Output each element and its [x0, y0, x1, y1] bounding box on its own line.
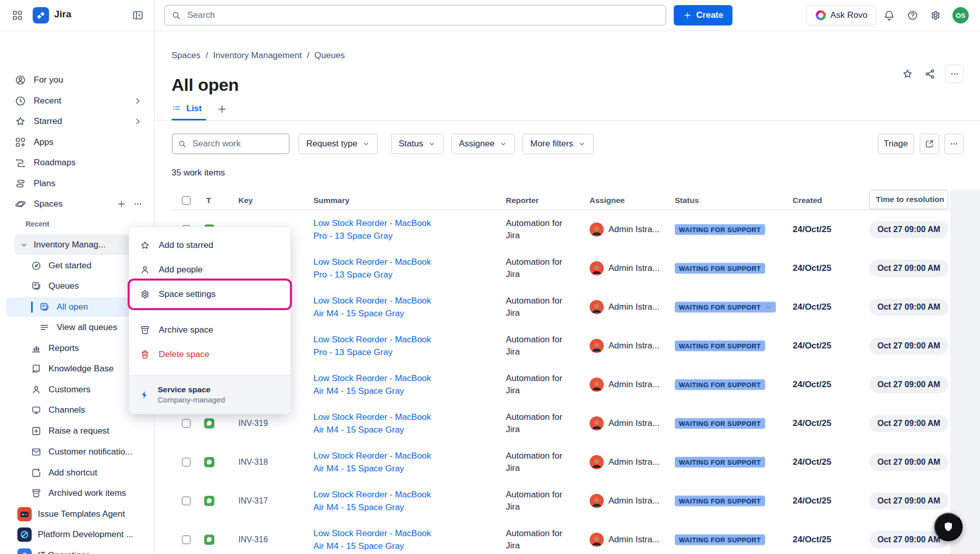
reporter: Automation for Jira — [506, 527, 570, 552]
collapse-sidebar-icon[interactable] — [132, 9, 144, 21]
status-badge[interactable]: WAITING FOR SUPPORT — [675, 535, 765, 545]
filter-request-type[interactable]: Request type — [299, 134, 378, 154]
row-checkbox[interactable] — [182, 419, 191, 428]
status-badge[interactable]: WAITING FOR SUPPORT — [675, 224, 765, 235]
global-search[interactable] — [164, 5, 666, 26]
column-header-reporter[interactable]: Reporter — [506, 196, 539, 205]
menu-item-add-people[interactable]: Add people — [129, 258, 290, 282]
row-checkbox[interactable] — [182, 496, 191, 506]
status-badge[interactable]: WAITING FOR SUPPORT — [675, 380, 765, 390]
work-item-key[interactable]: INV-316 — [238, 535, 268, 544]
work-item-summary[interactable]: Low Stock Reorder - MacBook Air M4 - 15 … — [313, 372, 433, 397]
sidebar-item-label: Roadmaps — [34, 158, 76, 168]
status-badge[interactable]: WAITING FOR SUPPORT — [675, 457, 765, 468]
sidebar-item-view-all-queues[interactable]: View all queues — [6, 318, 148, 337]
work-search[interactable] — [172, 134, 289, 154]
breadcrumb-link-queues[interactable]: Queues — [314, 51, 345, 61]
work-item-key[interactable]: INV-319 — [238, 419, 268, 428]
star-page-icon[interactable] — [901, 68, 914, 80]
sidebar-space-platform-development[interactable]: Platform Development ... — [6, 525, 148, 544]
work-search-input[interactable] — [191, 138, 284, 149]
column-header-status[interactable]: Status — [675, 196, 699, 205]
column-header-t[interactable]: T — [206, 196, 211, 205]
work-item-summary[interactable]: Low Stock Reorder - MacBook Pro - 13 Spa… — [313, 217, 433, 242]
sidebar-item-archived-work-items[interactable]: Archived work items — [6, 484, 148, 503]
status-badge[interactable]: WAITING FOR SUPPORT — [675, 418, 765, 429]
recent-section-label: Recent — [26, 220, 50, 228]
sidebar-item-knowledge-base[interactable]: Knowledge Base — [6, 359, 148, 379]
spaces-more-icon[interactable] — [133, 199, 143, 209]
filter-more-filters[interactable]: More filters — [523, 134, 594, 154]
sidebar-item-reports[interactable]: Reports — [6, 339, 148, 358]
ask-rovo-button[interactable]: Ask Rovo — [806, 5, 876, 26]
sidebar-item-customers[interactable]: Customers — [6, 380, 148, 399]
help-icon[interactable] — [906, 9, 919, 21]
sidebar-item-roadmaps[interactable]: Roadmaps — [6, 153, 148, 172]
create-button[interactable]: Create — [674, 5, 732, 26]
status-badge[interactable]: WAITING FOR SUPPORT — [675, 263, 765, 274]
open-external-button[interactable] — [920, 134, 939, 154]
work-item-summary[interactable]: Low Stock Reorder - MacBook Pro - 13 Spa… — [313, 256, 433, 281]
settings-gear-icon[interactable] — [929, 9, 942, 21]
add-view-icon[interactable] — [216, 104, 228, 115]
tab-list[interactable]: List — [172, 104, 202, 114]
app-switcher-icon[interactable] — [11, 9, 23, 21]
page-more-button[interactable] — [945, 65, 964, 83]
menu-item-add-to-starred[interactable]: Add to starred — [129, 233, 290, 258]
sidebar-space-it-operations[interactable]: IT Operations — [6, 546, 148, 554]
assignee-name: Admin Istra... — [608, 224, 659, 235]
work-item-summary[interactable]: Low Stock Reorder - MacBook Pro - 13 Spa… — [313, 333, 433, 359]
work-item-key[interactable]: INV-317 — [238, 496, 268, 506]
work-item-summary[interactable]: Low Stock Reorder - MacBook Air M4 - 15 … — [313, 294, 433, 320]
status-badge[interactable]: WAITING FOR SUPPORT — [675, 341, 765, 351]
sidebar-item-recent[interactable]: Recent — [6, 91, 148, 111]
work-item-summary[interactable]: Low Stock Reorder - MacBook Air M4 - 15 … — [313, 411, 433, 436]
filter-assignee[interactable]: Assignee — [451, 134, 515, 154]
sidebar-item-raise-a-request[interactable]: Raise a request — [6, 421, 148, 441]
user-avatar[interactable]: OS — [952, 7, 969, 23]
notifications-bell-icon[interactable] — [883, 9, 895, 21]
add-space-icon[interactable] — [116, 199, 127, 209]
breadcrumb-link-spaces[interactable]: Spaces — [172, 51, 201, 61]
work-item-summary[interactable]: Low Stock Reorder - MacBook Air M4 - 15 … — [313, 527, 433, 552]
row-checkbox[interactable] — [182, 458, 191, 467]
sidebar-item-all-open[interactable]: All open — [6, 297, 148, 317]
reporter: Automation for Jira — [506, 256, 570, 281]
column-header-assignee[interactable]: Assignee — [590, 196, 625, 205]
breadcrumb-link-inventory-management[interactable]: Inventory Management — [213, 51, 302, 61]
share-icon[interactable] — [924, 68, 936, 80]
menu-item-space-settings[interactable]: Space settings — [129, 282, 290, 307]
sidebar-item-label: Reports — [48, 343, 79, 354]
select-all-checkbox[interactable] — [182, 196, 191, 205]
work-item-summary[interactable]: Low Stock Reorder - MacBook Air M4 - 15 … — [313, 488, 433, 514]
sidebar-item-add-shortcut[interactable]: Add shortcut — [6, 463, 148, 483]
menu-item-archive-space[interactable]: Archive space — [129, 318, 290, 342]
status-badge[interactable]: WAITING FOR SUPPORT — [675, 496, 765, 507]
sidebar-item-get-started[interactable]: Get started — [6, 256, 148, 275]
work-item-key[interactable]: INV-318 — [238, 458, 268, 467]
menu-item-delete-space[interactable]: Delete space — [129, 342, 290, 367]
status-badge[interactable]: WAITING FOR SUPPORT — [675, 302, 776, 313]
sidebar-item-customer-notificatio[interactable]: Customer notificatio... — [6, 442, 148, 462]
sidebar-item-apps[interactable]: Apps — [6, 133, 148, 152]
column-header-time-to-resolution[interactable]: Time to resolution — [869, 190, 948, 209]
sidebar-item-spaces[interactable]: Spaces — [6, 194, 148, 214]
queue-more-button[interactable] — [944, 134, 964, 154]
work-item-summary[interactable]: Low Stock Reorder - MacBook Air M4 - 15 … — [313, 449, 433, 475]
column-header-created[interactable]: Created — [793, 196, 822, 205]
sidebar-item-queues[interactable]: Queues — [6, 276, 148, 296]
triage-button[interactable]: Triage — [878, 134, 914, 154]
assist-floating-button[interactable] — [934, 513, 963, 541]
jira-logo[interactable] — [33, 7, 49, 23]
sidebar-item-starred[interactable]: Starred — [6, 112, 148, 131]
global-search-input[interactable] — [186, 10, 659, 21]
sidebar-space-issue-templates-agent[interactable]: Issue Templates Agent — [6, 505, 148, 524]
plans-icon — [14, 178, 27, 190]
sidebar-item-for-you[interactable]: For you — [6, 70, 148, 90]
row-checkbox[interactable] — [182, 535, 191, 544]
sidebar-item-channels[interactable]: Channels — [6, 400, 148, 420]
column-header-summary[interactable]: Summary — [313, 196, 350, 205]
filter-status[interactable]: Status — [391, 134, 444, 154]
column-header-key[interactable]: Key — [238, 196, 253, 205]
sidebar-item-plans[interactable]: Plans — [6, 174, 148, 193]
